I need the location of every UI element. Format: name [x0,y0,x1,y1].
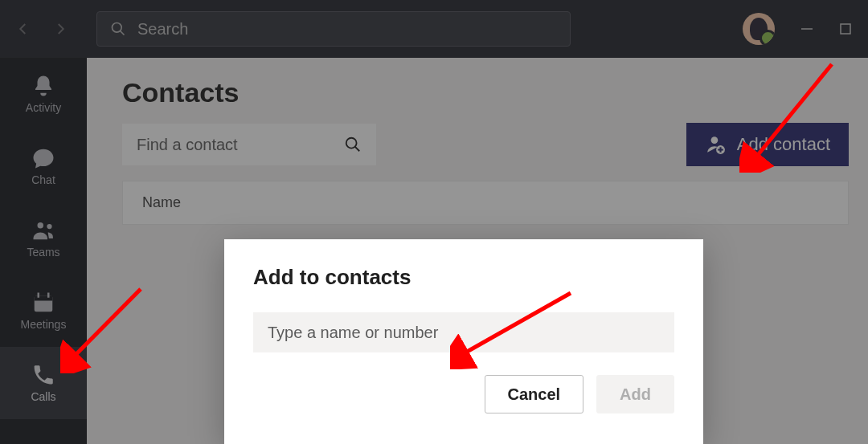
modal-input-placeholder: Type a name or number [268,324,438,342]
cancel-button[interactable]: Cancel [485,375,584,413]
modal-title: Add to contacts [253,265,674,290]
add-button[interactable]: Add [596,375,674,413]
contact-name-input[interactable]: Type a name or number [253,312,674,352]
add-contact-modal: Add to contacts Type a name or number Ca… [224,239,703,444]
